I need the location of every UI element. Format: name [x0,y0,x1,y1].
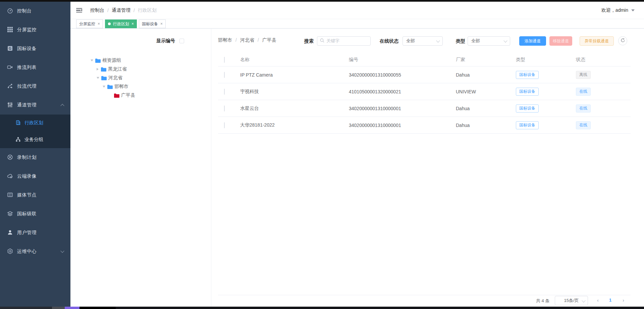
sidebar-item-media-node[interactable]: 媒体节点 [0,186,70,205]
cell-vendor: Dahua [456,106,516,111]
caret-expanded-icon[interactable] [97,77,99,79]
collapse-sidebar-icon[interactable] [76,8,82,13]
channel-table: 名称 编号 厂家 类型 状态 IP PTZ Camera 34020000001… [218,53,631,134]
sidebar-item-console[interactable]: 控制台 [0,2,70,20]
type-tag[interactable]: 国标设备 [516,71,539,79]
column-header-code: 编号 [349,57,456,63]
remove-channel-button[interactable]: 移除通道 [549,36,572,46]
region-breadcrumb-item[interactable]: 河北省 [240,37,254,43]
table-row[interactable]: 宇视科技 41010500001320000021 UNIVIEW 国标设备 在… [218,83,631,100]
sidebar-item-ops-center[interactable]: 运维中心 [0,242,70,261]
tree-node-guangping-selected[interactable]: 广平县 [114,91,135,99]
sidebar-item-channel-mgmt[interactable]: 通道管理 [0,96,70,115]
record-plan-icon [7,154,13,161]
sliders-icon [7,102,13,109]
ops-center-icon [7,248,13,255]
user-menu[interactable]: 欢迎，admin [601,7,635,13]
folder-icon [95,58,101,63]
caret-collapsed-icon[interactable] [97,68,99,71]
tab-split-monitor[interactable]: 分屏监控 × [76,19,103,28]
cell-code: 34020000001310000001 [349,123,456,128]
type-tag[interactable]: 国标设备 [516,104,539,113]
breadcrumb-item[interactable]: 控制台 [90,7,104,13]
next-page-icon[interactable]: › [623,297,624,303]
page-size-select[interactable]: 15条/页 [555,296,588,305]
prev-page-icon[interactable]: ‹ [597,297,599,303]
tab-label: 国标设备 [142,21,158,27]
media-node-icon [7,192,13,199]
tab-gb-device[interactable]: 国标设备 × [139,19,166,28]
row-checkbox[interactable] [224,105,225,112]
abnormal-mount-button[interactable]: 异常挂载通道 [580,36,614,46]
row-checkbox[interactable] [224,89,225,95]
row-checkbox[interactable] [224,72,225,78]
welcome-text: 欢迎，admin [601,7,628,13]
tree-node-heilongjiang[interactable]: 黑龙江省 [97,65,127,73]
table-row[interactable]: IP PTZ Camera 34020000001310000055 Dahua… [218,67,631,83]
tree-node-hebei[interactable]: 河北省 [97,74,122,82]
video-camera-icon [7,64,13,71]
sidebar-item-pull-proxy[interactable]: 拉流代理 [0,77,70,96]
close-icon[interactable]: × [160,22,163,26]
tree-node-root[interactable]: 根资源组 [91,56,121,64]
tab-admin-district[interactable]: 行政区划 × [105,19,137,28]
select-all-checkbox[interactable] [224,57,225,63]
refresh-icon [621,38,625,44]
show-number-checkbox[interactable] [179,39,184,43]
online-status-select[interactable]: 全部 [402,36,443,46]
layers-icon [7,211,13,218]
tree-node-label: 广平县 [121,92,135,98]
sidebar-item-record-plan[interactable]: 录制计划 [0,148,70,167]
current-page[interactable]: 1 [609,298,611,303]
column-header-status: 状态 [576,57,631,63]
breadcrumb-separator: / [235,37,237,43]
column-header-vendor: 厂家 [456,57,516,63]
sidebar-item-push-list[interactable]: 推流列表 [0,58,70,77]
status-badge: 在线 [576,121,591,129]
breadcrumb-item[interactable]: 通道管理 [112,7,130,13]
gb-device-icon: G [7,45,13,52]
folder-icon [101,67,106,72]
select-value: 全部 [406,38,415,44]
sidebar-item-cloud-record[interactable]: 云端录像 [0,167,70,186]
close-icon[interactable]: × [131,22,134,26]
tree-node-handan[interactable]: 邯郸市 [103,83,128,91]
folder-icon [107,85,113,89]
cell-name: 宇视科技 [240,89,349,95]
cell-code: 41010500001320000021 [349,89,456,94]
tags-view-bar: 分屏监控 × 行政区划 × 国标设备 × [70,19,644,29]
show-number-label: 显示编号 [156,38,175,44]
sidebar-item-business-group[interactable]: 业务分组 [0,131,70,148]
sidebar-item-label: 行政区划 [24,120,43,126]
status-badge: 在线 [576,88,591,96]
caret-expanded-icon[interactable] [103,86,105,88]
type-tag[interactable]: 国标设备 [516,121,539,129]
grid-icon [7,27,13,34]
sidebar-item-split-monitor[interactable]: 分屏监控 [0,20,70,39]
status-badge: 离线 [576,71,591,79]
sidebar-item-user-mgmt[interactable]: 用户管理 [0,223,70,242]
search-input[interactable]: 关键字 [317,36,371,46]
search-label: 搜索 [304,38,314,44]
close-icon[interactable]: × [98,22,100,26]
chevron-up-icon [60,104,64,107]
sidebar-item-gb-cascade[interactable]: 国标级联 [0,205,70,223]
sidebar-item-admin-district[interactable]: 行政区划 [0,115,70,131]
region-breadcrumb-item[interactable]: 邯郸市 [218,37,232,43]
table-row[interactable]: 大华28181-2022 34020000001310000001 Dahua … [218,117,631,134]
breadcrumb-separator: / [133,8,135,13]
sidebar-item-label: 运维中心 [17,249,37,255]
region-breadcrumb-item[interactable]: 广平县 [262,37,276,43]
status-badge: 在线 [576,104,591,113]
row-checkbox[interactable] [224,122,225,128]
sidebar-item-gb-device[interactable]: G 国标设备 [0,39,70,58]
refresh-button[interactable] [618,36,627,45]
building-icon [15,120,21,126]
select-value: 全部 [471,38,480,44]
add-channel-button[interactable]: 添加通道 [519,36,546,46]
caret-expanded-icon[interactable] [91,59,93,61]
active-dot-icon [108,23,111,25]
type-tag[interactable]: 国标设备 [516,88,539,96]
table-row[interactable]: 水星云台 34020000001310000001 Dahua 国标设备 在线 [218,100,631,117]
type-select[interactable]: 全部 [468,36,510,46]
